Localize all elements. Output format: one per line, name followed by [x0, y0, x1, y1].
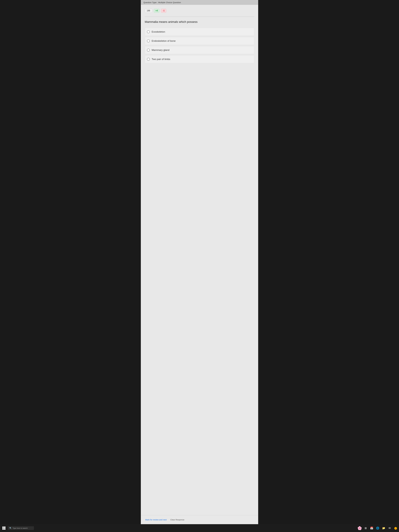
- clear-response-button[interactable]: Clear Response: [170, 518, 185, 522]
- option-b[interactable]: Endoskeleton of bone: [145, 37, 254, 45]
- question-text: Mammalia means animals which possess: [145, 20, 254, 24]
- option-d[interactable]: Two pair of limbs: [145, 55, 254, 63]
- search-icon: 🔍: [9, 527, 12, 529]
- options-list: Exoskeleton Endoskeleton of bone Mammary…: [145, 28, 254, 64]
- taskbar: 🔍 Type here to search 🌸 ⊞ 📅 🌐 📁 ✉ ⬤: [0, 524, 399, 532]
- taskbar-folder-icon[interactable]: 📁: [381, 526, 386, 530]
- positive-marks-badge: +4: [154, 9, 159, 13]
- taskbar-monitor-icon[interactable]: ⊞: [364, 526, 368, 530]
- taskbar-edge-icon[interactable]: 🌐: [375, 526, 380, 530]
- radio-c[interactable]: [147, 49, 150, 51]
- taskbar-search[interactable]: 🔍 Type here to search: [8, 526, 34, 530]
- start-button[interactable]: [1, 526, 6, 531]
- negative-marks-badge: -1: [161, 9, 166, 13]
- taskbar-icons: 🌸 ⊞ 📅 🌐 📁 ✉ ⬤: [358, 526, 398, 530]
- option-a[interactable]: Exoskeleton: [145, 28, 254, 36]
- search-placeholder-text: Type here to search: [13, 527, 28, 529]
- taskbar-mail-icon[interactable]: ✉: [387, 526, 392, 530]
- taskbar-calendar-icon[interactable]: 📅: [369, 526, 374, 530]
- bottom-buttons-bar: Mark for review and next Clear Response: [141, 515, 258, 524]
- windows-icon: [2, 526, 6, 530]
- taskbar-chrome-icon[interactable]: ⬤: [393, 526, 398, 530]
- mark-review-button[interactable]: Mark for review and next: [145, 518, 167, 522]
- option-d-label: Two pair of limbs: [152, 58, 170, 61]
- option-a-label: Exoskeleton: [152, 30, 165, 33]
- option-b-label: Endoskeleton of bone: [152, 39, 176, 42]
- question-type-label: Question Type : Multiple Choice Question: [141, 0, 258, 5]
- radio-a[interactable]: [147, 30, 150, 33]
- taskbar-emoji-icon: 🌸: [358, 526, 362, 530]
- option-c-label: Mammary gland: [152, 49, 169, 51]
- question-number-badge: 186: [145, 9, 152, 13]
- radio-b[interactable]: [147, 39, 150, 42]
- radio-d[interactable]: [147, 58, 150, 61]
- option-c[interactable]: Mammary gland: [145, 46, 254, 54]
